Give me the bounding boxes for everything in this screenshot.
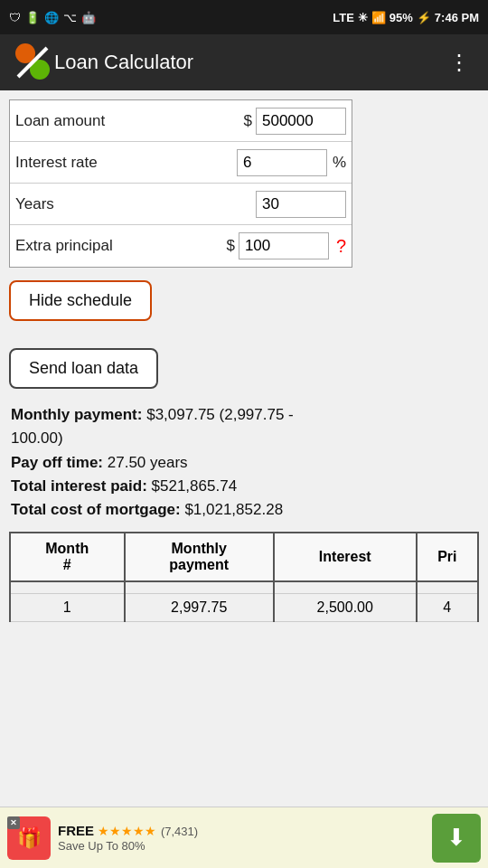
col-principal: Pri xyxy=(417,533,478,581)
cell-payment xyxy=(125,581,274,594)
cell-interest xyxy=(274,581,417,594)
loan-amount-input[interactable] xyxy=(256,108,346,135)
interest-rate-label: Interest rate xyxy=(15,154,237,172)
ad-close-button[interactable]: ✕ xyxy=(7,816,20,829)
interest-rate-input[interactable] xyxy=(237,149,327,176)
table-row xyxy=(10,581,478,594)
cell-payment: 2,997.75 xyxy=(125,593,274,621)
hide-schedule-btn[interactable]: Hide schedule xyxy=(9,280,152,321)
main-content: Loan amount $ Interest rate % Years Extr… xyxy=(0,90,488,631)
battery-percent: 95% xyxy=(389,11,413,24)
pay-off-time-label: Pay off time: xyxy=(11,454,103,471)
ad-top-line: FREE ★★★★★ (7,431) xyxy=(58,823,432,839)
brightness-icon: ✳ xyxy=(358,11,368,24)
emoji-icon: 🌐 xyxy=(44,11,59,24)
status-right: LTE ✳ 📶 95% ⚡ 7:46 PM xyxy=(333,11,479,24)
cell-month xyxy=(10,581,125,594)
col-monthly-payment: Monthlypayment xyxy=(125,533,274,581)
ad-subtitle: Save Up To 80% xyxy=(58,839,432,853)
usb-icon: ⌥ xyxy=(63,11,77,24)
loan-amount-prefix: $ xyxy=(244,112,252,130)
monthly-payment-value2: 100.00) xyxy=(11,429,63,447)
network-label: LTE xyxy=(333,11,354,24)
table-row: 1 2,997.75 2,500.00 4 xyxy=(10,593,478,621)
years-input[interactable] xyxy=(256,191,346,218)
col-interest: Interest xyxy=(274,533,417,581)
help-icon[interactable]: ? xyxy=(336,236,346,257)
total-cost-value: $1,021,852.28 xyxy=(184,501,283,518)
monthly-payment-line: Monthly payment: $3,097.75 (2,997.75 - xyxy=(11,403,477,427)
total-cost-label: Total cost of mortgage: xyxy=(11,501,181,518)
app-logo-icon xyxy=(11,41,54,84)
app-title: Loan Calculator xyxy=(54,51,441,74)
extra-principal-input[interactable] xyxy=(239,232,329,259)
hide-schedule-button[interactable]: Hide schedule xyxy=(9,280,479,332)
ad-text: FREE ★★★★★ (7,431) Save Up To 80% xyxy=(58,823,432,853)
ad-banner: ✕ 🎁 FREE ★★★★★ (7,431) Save Up To 80% ⬇ xyxy=(0,807,488,868)
menu-button[interactable]: ⋮ xyxy=(441,42,477,82)
shield-icon: 🛡 xyxy=(9,11,21,24)
time-label: 7:46 PM xyxy=(435,11,479,24)
pay-off-time-line: Pay off time: 27.50 years xyxy=(11,451,477,475)
extra-principal-row: Extra principal $ ? xyxy=(10,225,352,267)
charging-icon: ⚡ xyxy=(417,11,431,24)
cell-principal xyxy=(417,581,478,594)
total-interest-label: Total interest paid: xyxy=(11,477,147,495)
col-month: Month# xyxy=(10,533,125,581)
cell-month: 1 xyxy=(10,593,125,621)
cell-interest: 2,500.00 xyxy=(274,593,417,621)
status-bar: 🛡 🔋 🌐 ⌥ 🤖 LTE ✳ 📶 95% ⚡ 7:46 PM xyxy=(0,0,488,34)
extra-principal-label: Extra principal xyxy=(15,237,226,255)
ad-rating: (7,431) xyxy=(161,825,198,838)
pay-off-time-value: 27.50 years xyxy=(108,454,188,471)
total-cost-line: Total cost of mortgage: $1,021,852.28 xyxy=(11,498,477,522)
monthly-payment-line2: 100.00) xyxy=(11,427,477,450)
years-label: Years xyxy=(15,195,256,213)
send-loan-data-btn[interactable]: Send loan data xyxy=(9,348,158,389)
loan-amount-row: Loan amount $ xyxy=(10,100,352,142)
loan-amount-label: Loan amount xyxy=(15,112,244,130)
total-interest-value: $521,865.74 xyxy=(152,477,238,495)
app-bar: Loan Calculator ⋮ xyxy=(0,34,488,90)
ad-free-label: FREE xyxy=(58,823,94,838)
ad-download-button[interactable]: ⬇ xyxy=(432,814,481,863)
ad-app-icon: ✕ 🎁 xyxy=(7,816,51,860)
status-left-icons: 🛡 🔋 🌐 ⌥ 🤖 xyxy=(9,11,96,24)
android-icon: 🤖 xyxy=(81,11,96,24)
interest-rate-row: Interest rate % xyxy=(10,142,352,184)
signal-bars-icon: 📶 xyxy=(371,11,386,24)
monthly-payment-value: $3,097.75 (2,997.75 - xyxy=(146,406,294,423)
schedule-table: Month# Monthlypayment Interest Pri 1 2,9… xyxy=(9,532,479,622)
send-loan-data-button[interactable]: Send loan data xyxy=(9,348,479,401)
cell-principal: 4 xyxy=(417,593,478,621)
results-section: Monthly payment: $3,097.75 (2,997.75 - 1… xyxy=(9,401,479,524)
extra-principal-prefix: $ xyxy=(226,237,234,255)
years-row: Years xyxy=(10,184,352,225)
ad-stars: ★★★★★ xyxy=(98,824,156,838)
total-interest-line: Total interest paid: $521,865.74 xyxy=(11,475,477,498)
download-icon: ⬇ xyxy=(446,824,466,852)
input-table: Loan amount $ Interest rate % Years Extr… xyxy=(9,99,352,268)
battery-small-icon: 🔋 xyxy=(25,11,40,24)
monthly-payment-label: Monthly payment: xyxy=(11,406,142,423)
percent-suffix: % xyxy=(333,154,346,172)
